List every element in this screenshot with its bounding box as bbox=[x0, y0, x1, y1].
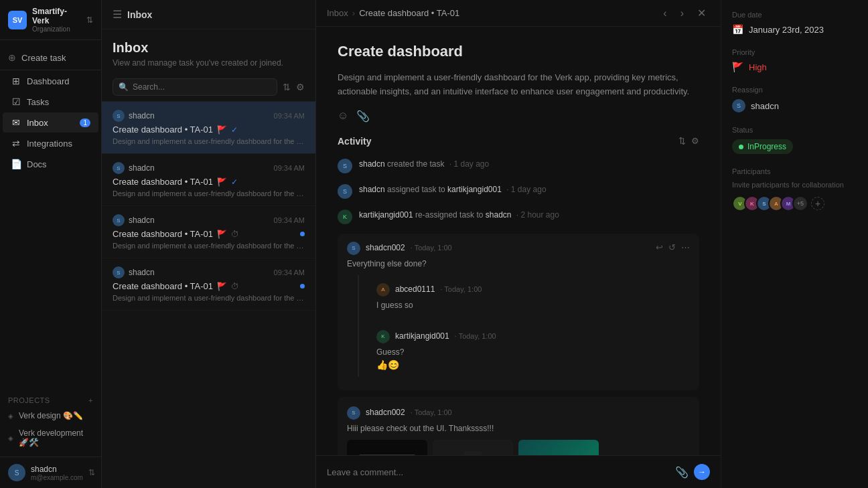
more-button[interactable]: ⋯ bbox=[681, 242, 690, 252]
emoji-button[interactable]: ☺ bbox=[338, 110, 348, 123]
item-time: 09:34 AM bbox=[274, 164, 305, 172]
inbox-item[interactable]: S shadcn 09:34 AM Create dashboard • TA-… bbox=[102, 102, 315, 154]
attach-comment-button[interactable]: 📎 bbox=[675, 466, 689, 479]
search-box[interactable]: 🔍 bbox=[113, 78, 277, 96]
sidebar-item-integrations[interactable]: ⇄ Integrations bbox=[3, 133, 98, 153]
add-project-icon[interactable]: + bbox=[88, 396, 93, 404]
breadcrumb-root[interactable]: Inbox bbox=[327, 8, 348, 18]
activity-item: K kartikjangid001 re-assigned task to sh… bbox=[338, 208, 699, 224]
integrations-icon: ⇄ bbox=[11, 138, 21, 149]
activity-avatar: S bbox=[338, 184, 352, 199]
commenter-avatar: S bbox=[347, 406, 360, 420]
activity-header: Activity ⇅ ⚙ bbox=[338, 136, 699, 147]
participants-overflow: +5 bbox=[792, 195, 808, 212]
activity-item: S shadcn assigned task to kartikjangid00… bbox=[338, 183, 699, 199]
item-header: S shadcn 09:34 AM bbox=[113, 110, 305, 122]
projects-header: Projects + bbox=[0, 394, 101, 407]
attachment-2[interactable] bbox=[433, 440, 513, 455]
activity-line: kartikjangid001 re-assigned task to shad… bbox=[359, 210, 559, 220]
nested-time: · Today, 1:00 bbox=[440, 285, 482, 293]
org-header[interactable]: SV Smartify-Verk Organization ⇅ bbox=[0, 0, 101, 40]
activity-body: shadcn created the task · 1 day ago bbox=[359, 157, 699, 170]
search-input[interactable] bbox=[133, 82, 271, 92]
nested-comment-block: K kartikjangid001 · Today, 1:00 Guess? 👍… bbox=[367, 322, 690, 377]
inbox-item[interactable]: S shadcn 09:34 AM Create dashboard • TA-… bbox=[102, 206, 315, 258]
reassign-text: shadcn bbox=[751, 101, 779, 111]
leave-comment: 📎 → bbox=[316, 455, 721, 488]
task-description: Design and implement a user-friendly das… bbox=[338, 71, 699, 99]
nested-comment-block: A abced0111 · Today, 1:00 I guess so bbox=[367, 275, 690, 317]
sidebar-item-tasks[interactable]: ☑ Tasks bbox=[3, 92, 98, 112]
item-time: 09:34 AM bbox=[274, 112, 305, 120]
filter-icon[interactable]: ⚙ bbox=[296, 82, 305, 92]
sort-icon[interactable]: ⇅ bbox=[283, 82, 291, 92]
activity-avatar: K bbox=[338, 210, 352, 224]
sidebar-item-dashboard[interactable]: ⊞ Dashboard bbox=[3, 71, 98, 91]
projects-section: Projects + ◈ Verk design 🎨✏️ ◈ Verk deve… bbox=[0, 388, 101, 457]
task-content: Create dashboard Design and implement a … bbox=[316, 27, 721, 455]
status-badge[interactable]: InProgress bbox=[732, 139, 857, 154]
close-button[interactable]: ✕ bbox=[693, 5, 710, 21]
user-avatar: S bbox=[8, 464, 25, 481]
reply-button[interactable]: ↩ bbox=[656, 242, 663, 252]
participants-label: Participants bbox=[732, 167, 857, 175]
attach-button[interactable]: 📎 bbox=[356, 110, 370, 123]
item-time: 09:34 AM bbox=[274, 268, 305, 276]
inbox-list-panel: ☰ Inbox Inbox View and manage task you'v… bbox=[102, 0, 316, 488]
comment-text: Everything else done? bbox=[347, 259, 690, 268]
attachments bbox=[347, 440, 690, 455]
comment-block: S shadcn002 · Today, 1:00 ↩ ↺ ⋯ Everythi… bbox=[338, 234, 699, 390]
inbox-panel-header: ☰ Inbox bbox=[102, 0, 315, 29]
prev-button[interactable]: ‹ bbox=[659, 5, 670, 21]
create-task-icon: ⊕ bbox=[8, 52, 16, 63]
unread-dot bbox=[300, 284, 305, 289]
nested-comment-header: A abced0111 · Today, 1:00 bbox=[376, 282, 680, 297]
inbox-icon: ✉ bbox=[11, 117, 21, 128]
create-task-button[interactable]: ⊕ Create task bbox=[0, 46, 101, 70]
flag-icon: 🚩 bbox=[217, 282, 227, 291]
activity-title: Activity bbox=[338, 136, 372, 147]
item-preview: Design and implement a user-friendly das… bbox=[113, 189, 305, 197]
avatar-list: V K S A M +5 bbox=[732, 195, 804, 212]
panel-toggle-button[interactable]: ☰ bbox=[113, 8, 122, 21]
sidebar-nav: ⊕ Create task ⊞ Dashboard ☑ Tasks ✉ Inbo… bbox=[0, 40, 101, 388]
clock-icon: ⏱ bbox=[231, 230, 239, 239]
docs-icon: 📄 bbox=[11, 159, 21, 169]
activity-section: Activity ⇅ ⚙ S shadcn created the task ·… bbox=[338, 136, 699, 455]
org-type: Organization bbox=[32, 25, 81, 33]
comment-header: S shadcn002 · Today, 1:00 bbox=[347, 405, 690, 420]
sidebar-item-label: Dashboard bbox=[27, 76, 70, 86]
item-user: S shadcn bbox=[113, 162, 155, 174]
sidebar-item-inbox[interactable]: ✉ Inbox 1 bbox=[3, 112, 98, 133]
task-name: Create dashboard • TA-01 bbox=[113, 177, 213, 187]
breadcrumb-separator: › bbox=[352, 8, 355, 18]
main-topbar: Inbox › Create dashboard • TA-01 ‹ › ✕ bbox=[316, 0, 721, 27]
inbox-item[interactable]: S shadcn 09:34 AM Create dashboard • TA-… bbox=[102, 258, 315, 311]
sort-activity-icon[interactable]: ⇅ bbox=[678, 136, 686, 146]
attachment-3[interactable] bbox=[518, 440, 599, 455]
send-comment-button[interactable]: → bbox=[694, 464, 710, 480]
calendar-icon: 📅 bbox=[732, 24, 743, 35]
user-settings-icon[interactable]: ⇅ bbox=[88, 468, 95, 477]
nested-time: · Today, 1:00 bbox=[455, 332, 496, 340]
sidebar-footer[interactable]: S shadcn m@example.com ⇅ bbox=[0, 457, 101, 488]
reassign-avatar: S bbox=[732, 99, 745, 112]
filter-activity-icon[interactable]: ⚙ bbox=[691, 136, 699, 146]
attachment-1[interactable] bbox=[347, 440, 427, 455]
next-button[interactable]: › bbox=[676, 5, 688, 21]
project-item-verk-development[interactable]: ◈ Verk development 🚀🛠️ bbox=[0, 424, 101, 451]
sidebar-toggle-icon[interactable]: ⇅ bbox=[86, 15, 93, 25]
item-avatar: S bbox=[113, 110, 125, 122]
refresh-button[interactable]: ↺ bbox=[668, 242, 676, 252]
reassign-value: S shadcn bbox=[732, 99, 857, 112]
clock-icon: ⏱ bbox=[231, 282, 239, 291]
add-participant-button[interactable]: + bbox=[811, 197, 824, 210]
comment-input[interactable] bbox=[327, 467, 670, 477]
project-item-verk-design[interactable]: ◈ Verk design 🎨✏️ bbox=[0, 407, 101, 424]
comment-time: · Today, 1:00 bbox=[411, 244, 452, 252]
priority-flag-icon: 🚩 bbox=[732, 62, 743, 72]
sidebar-item-label: Inbox bbox=[27, 118, 48, 128]
inbox-item[interactable]: S shadcn 09:34 AM Create dashboard • TA-… bbox=[102, 154, 315, 206]
sidebar-item-docs[interactable]: 📄 Docs bbox=[3, 154, 98, 174]
flag-icon: 🚩 bbox=[217, 230, 227, 239]
